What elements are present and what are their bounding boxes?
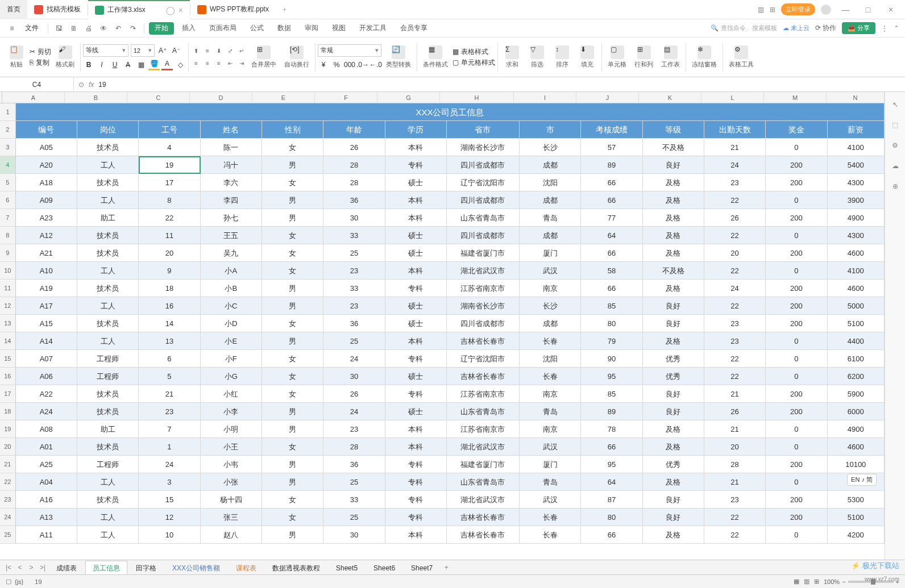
- more-icon[interactable]: ⋮: [881, 24, 888, 32]
- cell[interactable]: 吉林省长春市: [447, 368, 520, 385]
- ime-indicator[interactable]: EN ♪ 简: [847, 474, 877, 486]
- mode-icon[interactable]: ▢: [6, 578, 11, 585]
- cell[interactable]: 小红: [201, 385, 262, 403]
- cell[interactable]: 26: [704, 403, 766, 420]
- cell[interactable]: 22: [704, 368, 766, 385]
- row-header[interactable]: 13: [0, 315, 16, 332]
- cell[interactable]: 本科: [385, 262, 447, 280]
- cell[interactable]: 5100: [828, 508, 885, 526]
- cell[interactable]: 26: [704, 209, 766, 227]
- col-header[interactable]: J: [576, 92, 639, 103]
- tab-review[interactable]: 审阅: [299, 19, 324, 37]
- cell[interactable]: 本科: [385, 526, 447, 544]
- row-header[interactable]: 1: [0, 103, 16, 121]
- italic-button[interactable]: I: [96, 59, 107, 70]
- undo-icon[interactable]: ↶: [112, 22, 124, 35]
- cell[interactable]: 男: [262, 280, 323, 297]
- sheet-tab-active[interactable]: 员工信息: [85, 561, 127, 574]
- cell[interactable]: 工程师: [77, 368, 139, 385]
- cell[interactable]: 90: [581, 350, 642, 368]
- cell[interactable]: 4: [139, 139, 200, 156]
- cell[interactable]: 四川省成都市: [447, 227, 520, 244]
- cell[interactable]: 良好: [643, 508, 704, 526]
- column-headers[interactable]: ABCDEFGHIJKLMN: [2, 92, 885, 103]
- cell[interactable]: 小D: [201, 315, 262, 332]
- cell[interactable]: 辽宁省沈阳市: [447, 174, 520, 191]
- cell[interactable]: 长春: [520, 332, 581, 350]
- cell[interactable]: 优秀: [643, 368, 704, 385]
- rowcol-button[interactable]: ⊞行和列: [631, 40, 657, 75]
- dec-dec-icon[interactable]: ←.0: [370, 59, 381, 70]
- cell[interactable]: 工人: [77, 473, 139, 491]
- cell[interactable]: A25: [16, 456, 77, 473]
- backup-icon[interactable]: ☁: [890, 160, 901, 172]
- cell[interactable]: 硕士: [385, 297, 447, 315]
- col-header[interactable]: B: [65, 92, 127, 103]
- cell[interactable]: 女: [262, 139, 323, 156]
- cell[interactable]: 3: [139, 473, 200, 491]
- cell[interactable]: 5300: [828, 491, 885, 508]
- sheet-tab[interactable]: Sheet7: [404, 561, 440, 574]
- cell[interactable]: 及格: [643, 526, 704, 544]
- row-header[interactable]: 24: [0, 508, 16, 526]
- cell[interactable]: 四川省成都市: [447, 315, 520, 332]
- redo-icon[interactable]: ↷: [127, 22, 139, 35]
- cell[interactable]: 专科: [385, 156, 447, 174]
- cell[interactable]: 技术员: [77, 403, 139, 420]
- cell[interactable]: 200: [766, 174, 827, 191]
- name-box[interactable]: C4: [0, 77, 74, 92]
- size-select[interactable]: 12▾: [131, 44, 155, 57]
- cell[interactable]: 湖北省武汉市: [447, 262, 520, 280]
- dropdown-icon[interactable]: ⊙: [78, 81, 84, 89]
- cell[interactable]: 28: [704, 456, 766, 473]
- cell[interactable]: 女: [262, 368, 323, 385]
- row-header[interactable]: 5: [0, 174, 16, 191]
- cell[interactable]: 硕士: [385, 315, 447, 332]
- cell[interactable]: A21: [16, 244, 77, 262]
- cell[interactable]: 男: [262, 332, 323, 350]
- row-header[interactable]: 2: [0, 121, 16, 139]
- cell[interactable]: 青岛: [520, 209, 581, 227]
- row-header[interactable]: 4: [0, 156, 16, 174]
- cell[interactable]: 江苏省南京市: [447, 280, 520, 297]
- cell[interactable]: 四川省成都市: [447, 191, 520, 209]
- cell[interactable]: 孙七: [201, 209, 262, 227]
- cell[interactable]: 200: [766, 244, 827, 262]
- select-icon[interactable]: ⬚: [890, 119, 901, 131]
- cell[interactable]: 33: [323, 227, 385, 244]
- cell[interactable]: 辽宁省沈阳市: [447, 350, 520, 368]
- cell[interactable]: 20: [704, 438, 766, 456]
- cell[interactable]: 21: [704, 385, 766, 403]
- cell[interactable]: 本科: [385, 139, 447, 156]
- cell[interactable]: 武汉: [520, 262, 581, 280]
- cell[interactable]: A15: [16, 315, 77, 332]
- cell[interactable]: 66: [581, 526, 642, 544]
- cell[interactable]: 25: [323, 332, 385, 350]
- cell[interactable]: 15: [139, 491, 200, 508]
- sheet-tab[interactable]: 成绩表: [49, 561, 84, 574]
- cell[interactable]: 77: [581, 209, 642, 227]
- cell[interactable]: 技术员: [77, 280, 139, 297]
- cell[interactable]: 87: [581, 491, 642, 508]
- col-header[interactable]: H: [440, 92, 514, 103]
- cell-button[interactable]: ▢单元格: [604, 40, 630, 75]
- cell[interactable]: 李六: [201, 174, 262, 191]
- cell[interactable]: A16: [16, 491, 77, 508]
- cell[interactable]: 长春: [520, 526, 581, 544]
- cell[interactable]: 22: [704, 227, 766, 244]
- cell[interactable]: 26: [323, 385, 385, 403]
- row-header[interactable]: 22: [0, 473, 16, 491]
- cell[interactable]: 0: [766, 350, 827, 368]
- cell[interactable]: 青岛: [520, 473, 581, 491]
- search-input[interactable]: 🔍 查找命令、搜索模板: [711, 24, 777, 32]
- cell[interactable]: 山东省青岛市: [447, 403, 520, 420]
- col-header[interactable]: G: [377, 92, 440, 103]
- col-header[interactable]: C: [127, 92, 190, 103]
- cell[interactable]: 21: [704, 473, 766, 491]
- cell[interactable]: A04: [16, 473, 77, 491]
- cell[interactable]: 4100: [828, 139, 885, 156]
- cell[interactable]: 长沙: [520, 139, 581, 156]
- row-header[interactable]: 9: [0, 244, 16, 262]
- cell[interactable]: 女: [262, 227, 323, 244]
- cell[interactable]: 19: [139, 156, 200, 174]
